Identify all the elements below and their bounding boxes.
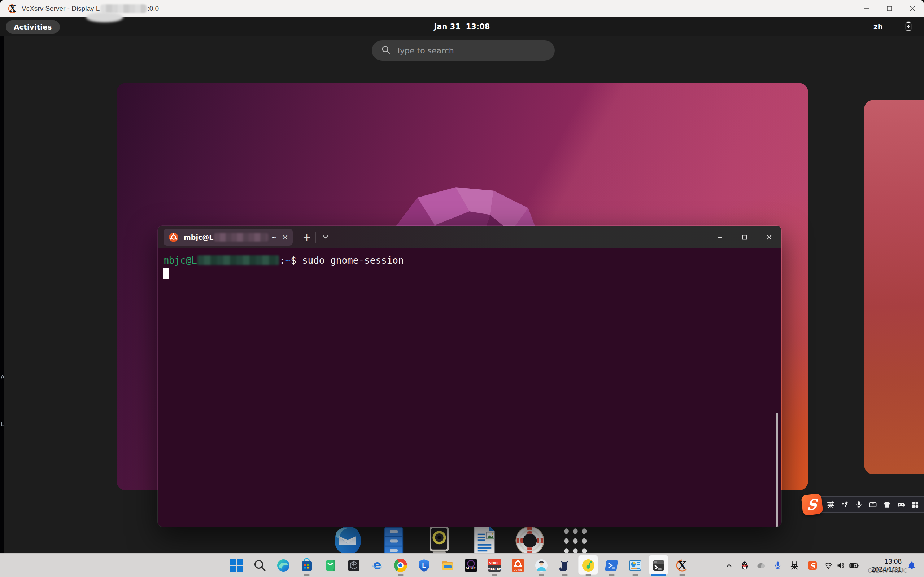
taskbar-item-powershell[interactable]	[600, 554, 624, 577]
svg-text:X: X	[677, 559, 687, 572]
taskbar-item-cat-app[interactable]	[553, 554, 577, 577]
microphone-icon	[773, 561, 782, 570]
prompt-user: mbjc@L	[163, 255, 197, 266]
powershell-icon	[604, 558, 619, 573]
terminal-body[interactable]: mbjc@L:~$sudo gnome-session	[158, 248, 782, 527]
svg-text:MEETER: MEETER	[488, 567, 501, 571]
taskbar-item-vcxsrv[interactable]: X	[670, 554, 694, 577]
sogou-icon: S	[807, 560, 818, 571]
taskbar-item-ubuntu-wsl[interactable]: 22.04	[506, 554, 530, 577]
taskbar-item-start[interactable]	[225, 554, 248, 577]
thunderbird-icon	[332, 525, 363, 554]
gnome-topbar: Activities Jan 31 13:08 zh	[0, 17, 924, 36]
game-box-icon	[347, 558, 361, 573]
dash-item-thunderbird[interactable]	[332, 525, 363, 554]
taskbar-item-browser-e[interactable]: e	[365, 554, 389, 577]
sogou-emoji[interactable]	[895, 499, 907, 511]
taskbar-item-game-box[interactable]	[342, 554, 365, 577]
edge-icon	[276, 558, 291, 573]
tray-qq[interactable]	[736, 554, 753, 577]
tray-time: 13:08	[866, 558, 901, 566]
battery-icon	[849, 560, 860, 571]
running-indicator	[562, 574, 567, 576]
tray-volume[interactable]	[835, 554, 847, 577]
sogou-skin[interactable]	[881, 499, 893, 511]
mbjc-icon: MBJC	[464, 558, 478, 573]
dash-item-files[interactable]	[378, 525, 410, 554]
taskbar-item-green-store[interactable]	[318, 554, 342, 577]
workspace-thumbnail-next[interactable]	[864, 100, 924, 474]
file-explorer-icon	[440, 558, 455, 573]
taskbar-item-avatar-app[interactable]	[530, 554, 553, 577]
terminal-close-button[interactable]	[762, 230, 776, 245]
tray-ime-mode[interactable]	[786, 554, 803, 577]
taskbar-item-qq-music[interactable]	[577, 554, 600, 577]
window-close-button[interactable]	[901, 0, 924, 17]
battery-charging-icon[interactable]	[904, 21, 913, 33]
taskbar-item-task-manager[interactable]	[624, 554, 647, 577]
running-indicator	[492, 574, 497, 576]
tab-menu-button[interactable]	[319, 230, 333, 244]
vcxsrv-icon: X	[675, 558, 690, 573]
blue-l-icon: L	[417, 558, 431, 573]
qq-icon	[740, 561, 750, 571]
sogou-voice-input[interactable]	[853, 499, 865, 511]
dash-item-writer[interactable]	[468, 525, 500, 554]
new-tab-button[interactable]: +	[300, 230, 313, 244]
terminal-minimize-button[interactable]	[713, 230, 727, 245]
taskbar-item-voicemeeter[interactable]: VOICEMEETER	[483, 554, 506, 577]
tray-battery[interactable]	[847, 554, 862, 577]
topbar-clock[interactable]: Jan 31 13:08	[434, 17, 490, 36]
onedrive-icon	[756, 560, 767, 571]
activities-button[interactable]: Activities	[6, 20, 60, 34]
svg-text:22.04: 22.04	[514, 568, 522, 572]
sogou-toolbox[interactable]	[909, 499, 921, 511]
terminal-scrollbar[interactable]	[776, 413, 778, 527]
tab-title: mbjc@L	[184, 233, 213, 241]
svg-text:MBJC: MBJC	[465, 566, 476, 570]
search-input[interactable]: Type to search	[372, 40, 555, 61]
taskbar-item-chrome[interactable]	[389, 554, 412, 577]
sogou-ime-english[interactable]	[825, 499, 837, 511]
qq-music-icon	[581, 558, 596, 573]
window-minimize-button[interactable]	[855, 0, 878, 17]
censor-blob	[86, 12, 123, 23]
tray-tray-expand[interactable]	[722, 554, 736, 577]
taskbar-item-mbjc[interactable]: MBJC	[459, 554, 483, 577]
tray-microphone[interactable]	[769, 554, 786, 577]
terminal-tab[interactable]: mbjc@L ~ ×	[163, 229, 293, 246]
tab-close-icon[interactable]: ×	[282, 233, 288, 242]
window-maximize-button[interactable]	[878, 0, 901, 17]
sogou-punctuation[interactable]	[839, 499, 851, 511]
dash-item-rhythmbox[interactable]	[423, 525, 455, 554]
dash-item-help[interactable]	[514, 525, 546, 554]
help-icon	[514, 525, 546, 554]
running-indicator	[632, 574, 638, 576]
terminal-window[interactable]: mbjc@L ~ × +	[157, 226, 782, 527]
tray-network[interactable]	[822, 554, 835, 577]
taskbar-item-store[interactable]	[295, 554, 318, 577]
dash-item-app-grid[interactable]	[559, 525, 591, 554]
terminal-maximize-button[interactable]	[737, 230, 752, 245]
start-icon	[229, 558, 244, 573]
tray-onedrive[interactable]	[753, 554, 769, 577]
svg-text:VOICE: VOICE	[489, 561, 500, 564]
taskbar-item-blue-l[interactable]: L	[412, 554, 436, 577]
taskbar-item-windows-terminal[interactable]	[647, 554, 670, 577]
keyboard-layout-indicator[interactable]: zh	[874, 23, 883, 31]
taskbar-item-file-explorer[interactable]	[436, 554, 459, 577]
running-indicator	[538, 574, 544, 576]
avatar-app-icon	[534, 558, 549, 573]
taskbar-item-search[interactable]	[248, 554, 271, 577]
vcxsrv-x-icon: X	[7, 3, 18, 14]
ubuntu-wsl-icon: 22.04	[511, 558, 525, 573]
prompt-line: mbjc@L:~$sudo gnome-session	[163, 253, 782, 267]
running-indicator	[304, 574, 309, 576]
tab-title-path: ~	[271, 233, 277, 241]
sogou-logo-icon[interactable]: S	[801, 493, 823, 516]
sogou-soft-keyboard[interactable]	[867, 499, 879, 511]
screen-edge-strip	[0, 17, 4, 554]
taskbar-item-edge[interactable]	[271, 554, 295, 577]
svg-text:L: L	[422, 562, 426, 569]
tray-sogou[interactable]: S	[803, 554, 822, 577]
